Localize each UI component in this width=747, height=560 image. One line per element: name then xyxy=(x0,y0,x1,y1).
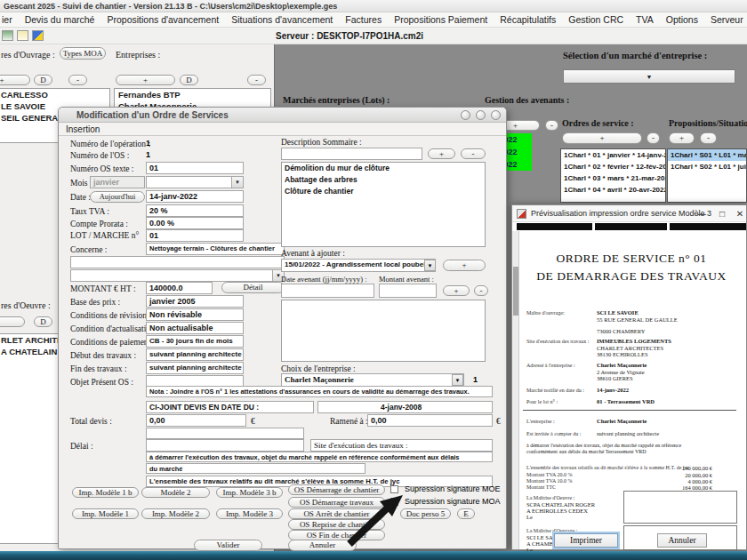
dialog-minimize-button[interactable] xyxy=(461,110,470,120)
types-moa-button[interactable]: Types MOA xyxy=(60,47,106,60)
list-item-selected[interactable]: 1Charl * S01 * L01 * mai xyxy=(668,149,746,161)
list-item[interactable]: Démolition du mur de clôture xyxy=(282,163,485,174)
list-item[interactable]: Clôture de chantier xyxy=(282,186,485,197)
avenant-row-remove-button[interactable]: - xyxy=(474,285,488,296)
menu-gestion-crc[interactable]: Gestion CRC xyxy=(568,14,623,25)
preview-toolbar-segment[interactable] xyxy=(670,223,746,230)
total-devis-input[interactable]: 0,00 xyxy=(146,414,246,427)
site-execution-box[interactable]: Site d'exécution des travaux : xyxy=(310,439,493,452)
os-texte-input[interactable]: 01 xyxy=(146,162,244,174)
chevron-down-icon[interactable]: ▼ xyxy=(231,177,243,188)
list-item[interactable]: 1Charl * 02 * février * 12-fév-20 xyxy=(561,161,665,172)
avenant-remove-button[interactable]: - xyxy=(545,120,558,131)
conditions-revision-input[interactable]: Non révisable xyxy=(146,308,244,321)
minimize-icon[interactable]: — xyxy=(695,205,709,222)
dialog-menu-insertion[interactable]: Insertion xyxy=(66,124,100,134)
oeuvre-d-button[interactable]: D xyxy=(34,316,52,327)
avenants-detail-list[interactable] xyxy=(281,300,486,362)
preview-toolbar-segment[interactable] xyxy=(595,223,667,230)
detail-button[interactable]: Détail xyxy=(221,282,285,293)
copy-icon[interactable] xyxy=(17,30,28,41)
list-item[interactable]: 1Charl * 04 * avril * 20-avr-2022 xyxy=(561,184,665,196)
chevron-down-icon[interactable]: ▼ xyxy=(424,260,436,271)
lot-marche-input[interactable]: 01 xyxy=(146,229,244,242)
concerne-combo[interactable]: ▼ xyxy=(70,269,285,282)
mois-combo[interactable]: ▼ xyxy=(146,176,244,188)
os-remove-button[interactable]: - xyxy=(647,132,660,144)
menu-propositions-avancement[interactable]: Propositions d'avancement xyxy=(107,14,219,25)
dialog-close-button[interactable] xyxy=(491,110,501,120)
delai-input[interactable] xyxy=(146,439,304,452)
date-avenant-input[interactable] xyxy=(281,284,374,298)
preview-titlebar[interactable]: Prévisualisation impression ordre servic… xyxy=(512,205,746,222)
ordres-service-list[interactable]: 1Charl * 01 * janvier * 14-janv-2 1Charl… xyxy=(560,148,666,203)
entreprise-d-button[interactable]: D xyxy=(180,75,198,85)
list-item[interactable]: A CHATELAIN RO xyxy=(0,346,60,357)
menu-tva[interactable]: TVA xyxy=(636,14,654,25)
modele-2-button[interactable]: Modèle 2 xyxy=(141,487,210,498)
compte-prorata-input[interactable]: 0.00 % xyxy=(146,217,244,229)
description-input[interactable] xyxy=(281,148,422,160)
menu-chantier[interactable]: ier xyxy=(2,14,12,25)
chevron-down-icon[interactable]: ▼ xyxy=(452,374,463,386)
e-button[interactable]: E xyxy=(457,508,475,519)
save-icon[interactable] xyxy=(2,30,13,41)
props-remove-button[interactable]: - xyxy=(700,132,717,144)
list-item[interactable]: CARLESSO xyxy=(0,89,109,100)
description-add-button[interactable]: + xyxy=(428,148,455,159)
avenant-add-to-os-button[interactable]: + xyxy=(443,260,486,271)
preview-annuler-button[interactable]: Annuler xyxy=(657,533,707,548)
preview-scrollbar[interactable] xyxy=(512,231,519,549)
menu-propositions-paiement[interactable]: Propositions Paiement xyxy=(394,14,487,25)
list-item[interactable]: 1Charl * 03 * mars * 21-mar-202 xyxy=(561,172,665,184)
imp-modele-3b-button[interactable]: Imp. Modèle 3 b xyxy=(216,487,283,498)
list-item[interactable]: Abattage des arbres xyxy=(282,174,485,186)
montant-ht-input[interactable]: 140000.0 xyxy=(146,282,213,294)
dialog-maximize-button[interactable] xyxy=(476,110,486,120)
moa-add-button[interactable]: + xyxy=(0,75,30,85)
debut-travaux-input[interactable]: suivant planning architecte xyxy=(146,348,244,361)
menu-options[interactable]: Options xyxy=(666,14,698,25)
list-item[interactable]: RLET ARCHITECT xyxy=(0,334,60,346)
imp-modele-1-button[interactable]: Imp. Modèle 1 xyxy=(72,508,139,519)
os-add-button[interactable]: + xyxy=(562,132,642,144)
taux-tva-input[interactable]: 20 % xyxy=(146,204,244,217)
menu-recapitulatifs[interactable]: Récapitulatifs xyxy=(500,14,556,25)
moa-d-button[interactable]: D xyxy=(34,75,52,85)
avenant-row-add-button[interactable]: + xyxy=(443,285,470,296)
list-item[interactable]: 1Charl * S02 * L01 * juille xyxy=(668,161,746,172)
imp-modele-2-button[interactable]: Imp. Modèle 2 xyxy=(141,508,210,519)
moa-remove-button[interactable]: - xyxy=(68,75,87,85)
conditions-paiement-input[interactable]: CB - 30 jours fin de mois xyxy=(146,335,244,348)
imprimer-button[interactable]: Imprimer xyxy=(554,533,618,548)
menu-serveur[interactable]: Serveur xyxy=(711,14,743,25)
date-input[interactable]: 14-janv-2022 xyxy=(146,190,244,203)
imp-modele-3-button[interactable]: Imp. Modèle 3 xyxy=(216,508,283,519)
cijoint-date-box[interactable]: 4-janv-2008 xyxy=(317,401,493,413)
avenant-combo[interactable]: 15/01/2022 - Agrandissement local poubel… xyxy=(281,259,436,272)
concerne-input[interactable]: Nettoyage terrain - Clôtures de chantier xyxy=(146,243,285,255)
entreprise-add-button[interactable]: + xyxy=(116,75,175,85)
description-list[interactable]: Démolition du mur de clôture Abattage de… xyxy=(281,162,486,247)
devis-extra-input[interactable] xyxy=(146,428,304,439)
marche-entreprise-dropdown[interactable]: ▼ xyxy=(563,69,735,84)
oeuvre-add-button[interactable]: + xyxy=(0,316,25,327)
menu-situations-avancement[interactable]: Situations d'avancement xyxy=(231,14,333,25)
ramene-input[interactable]: 0,00 xyxy=(367,414,493,427)
taskbar[interactable] xyxy=(0,551,747,560)
preview-toolbar-segment[interactable] xyxy=(517,223,592,230)
fin-travaux-input[interactable]: suivant planning architecte xyxy=(146,362,244,374)
condition-actualisation-input[interactable]: Non actualisable xyxy=(146,322,244,334)
menu-factures[interactable]: Factures xyxy=(345,14,382,25)
montant-avenant-input[interactable] xyxy=(379,284,437,298)
scrollbar-thumb[interactable] xyxy=(513,267,518,316)
list-item[interactable]: Fernandes BTP xyxy=(115,89,270,100)
entreprise-remove-button[interactable]: - xyxy=(247,75,266,85)
propositions-list[interactable]: 1Charl * S01 * L01 * mai 1Charl * S02 * … xyxy=(667,148,747,203)
props-add-button[interactable]: + xyxy=(669,132,695,144)
concerne-extra-input[interactable] xyxy=(70,256,285,268)
maximize-icon[interactable]: □ xyxy=(715,205,729,222)
today-button[interactable]: Aujourd'hui xyxy=(90,191,145,203)
close-icon[interactable]: ✕ xyxy=(733,205,747,222)
valider-button[interactable]: Valider xyxy=(194,540,262,551)
